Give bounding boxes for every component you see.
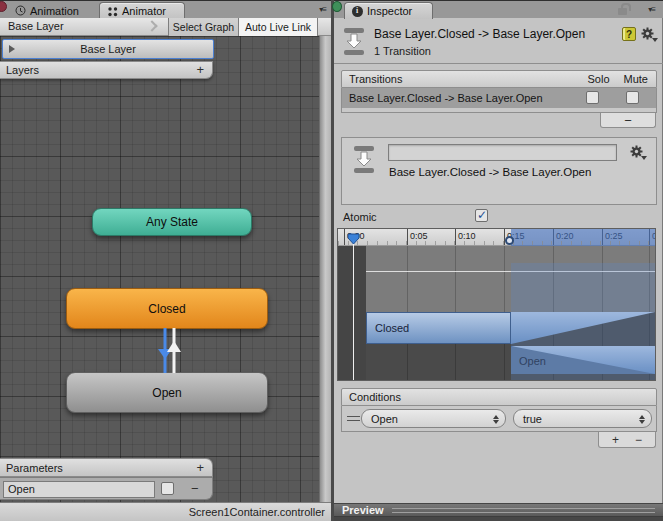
foldout-triangle-icon[interactable] <box>9 45 15 53</box>
preview-label: Preview <box>342 504 384 516</box>
controller-name: Screen1Container.controller <box>189 506 325 518</box>
window-corner-icon <box>0 1 7 12</box>
tick-label: 0:10 <box>458 231 476 241</box>
transition-timeline[interactable]: Closed Open 0:00 0:05 0:10 0:15 0:20 0:2… <box>337 228 656 381</box>
transition-list-row[interactable]: Base Layer.Closed -> Base Layer.Open <box>341 88 657 108</box>
remove-transition-button[interactable]: − <box>600 113 656 128</box>
info-icon <box>352 6 363 17</box>
condition-parameter-value: Open <box>371 413 398 425</box>
tab-inspector[interactable]: Inspector <box>344 2 433 19</box>
inspector-subtitle: 1 Transition <box>374 45 431 57</box>
transition-region-overlay <box>511 263 655 380</box>
timeline-body: Closed Open <box>338 246 655 380</box>
lock-icon[interactable] <box>618 8 627 15</box>
animator-toolbar: Base Layer Select Graph Auto Live Link <box>0 18 332 36</box>
transition-start-marker[interactable] <box>505 236 514 245</box>
solo-checkbox[interactable] <box>586 91 599 104</box>
parameter-value-checkbox[interactable] <box>161 482 174 495</box>
dropdown-arrows-icon <box>493 415 499 424</box>
dropdown-arrows-icon <box>639 415 645 424</box>
condition-list-buttons: + − <box>598 432 656 448</box>
select-graph-button[interactable]: Select Graph <box>168 18 238 36</box>
remove-parameter-button[interactable]: − <box>191 481 199 496</box>
breadcrumb[interactable]: Base Layer <box>8 20 64 32</box>
transition-detail-label: Base Layer.Closed -> Base Layer.Open <box>389 166 591 178</box>
state-closed[interactable]: Closed <box>66 288 268 329</box>
gear-icon[interactable] <box>630 145 643 160</box>
layers-header: Layers + <box>0 61 213 79</box>
panel-menu-icon[interactable]: ▾≡ <box>648 5 655 14</box>
transitions-section-header: Transitions Solo Mute <box>341 70 657 88</box>
state-open[interactable]: Open <box>66 372 268 413</box>
condition-value-dropdown[interactable]: true <box>513 409 652 428</box>
atomic-checkbox[interactable] <box>475 209 488 222</box>
tab-inspector-label: Inspector <box>367 5 412 17</box>
arrow-up-head <box>167 341 181 352</box>
add-parameter-button[interactable]: + <box>196 463 204 473</box>
playhead-line <box>353 241 354 380</box>
transition-detail-box: Base Layer.Closed -> Base Layer.Open <box>341 137 657 205</box>
inspector-tab-bar: Inspector ▾≡ <box>334 0 663 18</box>
state-any-state[interactable]: Any State <box>92 208 252 236</box>
window-corner-icon <box>332 1 342 12</box>
gear-caret-icon <box>641 156 647 160</box>
minus-icon: − <box>624 113 632 128</box>
timeline-ruler[interactable]: 0:00 0:05 0:10 0:15 0:20 0:25 0:30 <box>338 229 655 246</box>
panel-menu-icon[interactable]: ▾≡ <box>319 5 326 14</box>
transitions-header-label: Transitions <box>349 73 402 85</box>
transition-region-ruler-overlay <box>511 229 655 246</box>
tab-animation[interactable]: Animation <box>8 2 86 19</box>
condition-parameter-dropdown[interactable]: Open <box>361 409 506 428</box>
playhead-marker[interactable] <box>347 231 360 245</box>
transition-icon <box>342 26 366 57</box>
tab-animation-label: Animation <box>30 5 79 17</box>
gear-icon[interactable] <box>641 27 654 42</box>
animator-window: Animation Animator ▾≡ Base Layer Select … <box>0 0 332 521</box>
parameters-header-label: Parameters <box>6 462 63 474</box>
source-state-label: Closed <box>375 322 409 334</box>
parameter-name-field[interactable]: Open <box>3 481 155 498</box>
tick-label: 0:05 <box>410 231 428 241</box>
condition-value: true <box>523 413 542 425</box>
add-condition-button[interactable]: + <box>612 435 619 445</box>
parameter-row: Open − <box>0 477 213 500</box>
conditions-header-label: Conditions <box>349 391 401 403</box>
timeline-left-margin <box>338 246 366 380</box>
solo-column-label: Solo <box>588 73 610 85</box>
preview-collapsed-area <box>334 517 663 521</box>
transition-name-input[interactable] <box>388 144 617 161</box>
layer-item-label: Base Layer <box>80 43 136 55</box>
conditions-section-header: Conditions <box>341 388 657 406</box>
inspector-window: Inspector ▾≡ Base Layer.Closed -> Base L… <box>334 0 663 521</box>
tab-animator-label: Animator <box>122 5 166 17</box>
gear-caret-icon <box>652 38 658 42</box>
condition-row: Open true <box>341 406 657 432</box>
transition-row-label: Base Layer.Closed -> Base Layer.Open <box>349 92 543 104</box>
state-machine-graph[interactable]: Any State Closed Open <box>0 36 332 502</box>
clock-icon <box>15 5 26 16</box>
mute-checkbox[interactable] <box>626 91 639 104</box>
animator-icon <box>107 6 118 17</box>
unity-editor: Animation Animator ▾≡ Base Layer Select … <box>0 0 663 521</box>
inspector-title: Base Layer.Closed -> Base Layer.Open <box>374 27 585 41</box>
layer-item-base-layer[interactable]: Base Layer <box>2 39 214 59</box>
source-state-bar[interactable]: Closed <box>366 312 511 344</box>
breadcrumb-chevron-icon <box>146 20 157 31</box>
help-icon[interactable]: ? <box>622 27 636 41</box>
add-layer-button[interactable]: + <box>196 65 204 75</box>
inspector-header: Base Layer.Closed -> Base Layer.Open 1 T… <box>334 18 663 64</box>
tab-animator[interactable]: Animator <box>99 2 185 19</box>
transition-icon <box>352 144 376 175</box>
drag-handle-icon[interactable] <box>347 416 360 421</box>
mute-column-label: Mute <box>624 73 648 85</box>
remove-condition-button[interactable]: − <box>635 435 642 445</box>
animator-status-bar: Screen1Container.controller <box>0 502 332 521</box>
atomic-label: Atomic <box>343 211 377 223</box>
layers-header-label: Layers <box>6 64 39 76</box>
parameters-header: Parameters + <box>0 458 213 477</box>
preview-drag-handle[interactable] <box>392 508 655 513</box>
animator-tab-bar: Animation Animator ▾≡ <box>0 0 332 18</box>
preview-bar[interactable]: Preview <box>334 503 663 517</box>
auto-live-link-button[interactable]: Auto Live Link <box>238 18 318 36</box>
transition-arrows[interactable] <box>152 328 184 374</box>
